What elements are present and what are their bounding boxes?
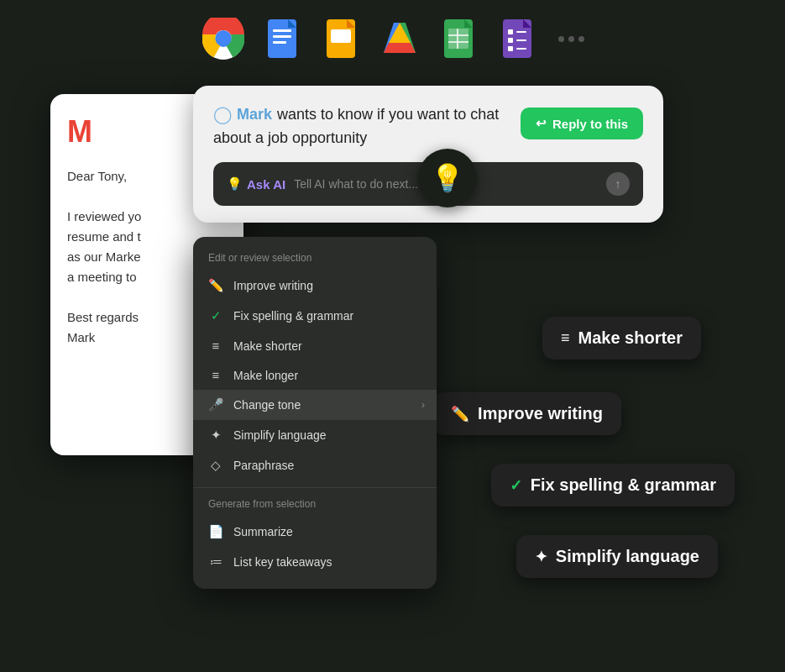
notification-card: ◯ Mark wants to know if you want to chat… (193, 86, 663, 223)
svg-rect-8 (331, 29, 351, 43)
notification-header: ◯ Mark wants to know if you want to chat… (213, 104, 643, 149)
notification-description: about a job opportunity (213, 128, 510, 149)
notification-message-part1: wants to know if you want to chat (277, 106, 499, 123)
svg-rect-22 (508, 38, 513, 43)
chevron-right-icon: › (421, 399, 425, 411)
menu-item-change-tone-label: Change tone (233, 398, 301, 412)
menu-item-fix-spelling[interactable]: ✓ Fix spelling & grammar (193, 301, 437, 331)
svg-rect-20 (508, 29, 513, 34)
lines-shorter-icon: ≡ (208, 339, 223, 353)
lines-longer-icon: ≡ (208, 368, 223, 382)
menu-item-list-key-takeaways-label: List key takeaways (233, 555, 332, 569)
menu-item-improve-writing[interactable]: ✏️ Improve writing (193, 270, 437, 301)
sheets-icon[interactable] (437, 17, 480, 60)
menu-item-make-longer[interactable]: ≡ Make longer (193, 360, 437, 390)
improve-writing-pill-icon: ✏️ (451, 405, 469, 423)
reply-button[interactable]: ↩ Reply to this (521, 108, 643, 139)
dock (0, 0, 785, 69)
dropdown-menu: Edit or review selection ✏️ Improve writ… (193, 237, 437, 589)
pill-make-shorter[interactable]: ≡ Make shorter (542, 317, 701, 360)
menu-item-change-tone[interactable]: 🎤 Change tone › (193, 390, 437, 420)
pill-fix-spelling[interactable]: ✓ Fix spelling & grammar (491, 464, 735, 507)
document-icon: 📄 (208, 524, 223, 539)
menu-item-make-shorter[interactable]: ≡ Make shorter (193, 331, 437, 360)
menu-item-make-shorter-label: Make shorter (233, 339, 302, 353)
fix-spelling-pill-icon: ✓ (510, 476, 522, 495)
menu-item-simplify-label: Simplify language (233, 428, 327, 442)
pill-simplify-label: Simplify language (556, 547, 699, 566)
pill-make-shorter-label: Make shorter (578, 328, 683, 348)
ask-ai-send-button[interactable]: ↑ (606, 172, 630, 196)
check-icon: ✓ (208, 308, 223, 323)
more-dots[interactable] (558, 36, 584, 42)
pill-simplify[interactable]: ✦ Simplify language (516, 535, 718, 578)
mic-icon: 🎤 (208, 397, 223, 412)
docs-icon[interactable] (260, 17, 304, 60)
slides-icon[interactable] (319, 17, 363, 60)
svg-point-2 (217, 32, 230, 45)
menu-item-list-key-takeaways[interactable]: ≔ List key takeaways (193, 547, 437, 577)
svg-marker-12 (384, 43, 416, 53)
user-icon: ◯ (213, 104, 232, 124)
make-shorter-pill-icon: ≡ (561, 329, 570, 347)
pill-improve-writing[interactable]: ✏️ Improve writing (432, 392, 621, 435)
svg-rect-23 (516, 39, 526, 41)
menu-item-make-longer-label: Make longer (233, 369, 298, 382)
menu-item-paraphrase[interactable]: ◇ Paraphrase (193, 450, 437, 480)
svg-rect-24 (508, 46, 513, 51)
menu-section-generate-label: Generate from selection (193, 495, 437, 517)
menu-item-fix-spelling-label: Fix spelling & grammar (233, 309, 353, 323)
list-icon: ≔ (208, 554, 223, 570)
menu-item-summarize-label: Summarize (233, 525, 293, 538)
svg-rect-4 (273, 29, 291, 32)
main-area: M Dear Tony, I reviewed yoresume and tas… (0, 69, 785, 672)
menu-item-simplify[interactable]: ✦ Simplify language (193, 420, 437, 450)
pill-fix-spelling-label: Fix spelling & grammar (531, 475, 716, 495)
simplify-pill-icon: ✦ (535, 548, 547, 566)
menu-section-edit-label: Edit or review selection (193, 249, 437, 270)
pencil-icon: ✏️ (208, 278, 223, 293)
svg-rect-21 (516, 31, 526, 33)
menu-item-summarize[interactable]: 📄 Summarize (193, 517, 437, 547)
drive-icon[interactable] (378, 17, 421, 60)
notification-user-line: ◯ Mark wants to know if you want to chat (213, 104, 510, 124)
menu-divider (193, 487, 437, 488)
svg-rect-6 (273, 41, 286, 44)
menu-item-paraphrase-label: Paraphrase (233, 459, 294, 472)
notification-text: ◯ Mark wants to know if you want to chat… (213, 104, 510, 149)
chrome-icon[interactable] (201, 17, 245, 60)
ask-ai-label: 💡 Ask AI (227, 176, 285, 192)
notification-username: Mark (237, 106, 272, 123)
svg-rect-15 (448, 29, 468, 49)
pill-improve-writing-label: Improve writing (478, 404, 603, 423)
sparkle-icon: ✦ (208, 428, 223, 443)
svg-rect-5 (273, 35, 291, 38)
lightbulb-bubble: 💡 (418, 149, 477, 207)
forms-icon[interactable] (495, 17, 539, 60)
menu-item-improve-writing-label: Improve writing (233, 279, 313, 292)
loop-icon: ◇ (208, 458, 223, 473)
svg-rect-25 (516, 48, 526, 50)
